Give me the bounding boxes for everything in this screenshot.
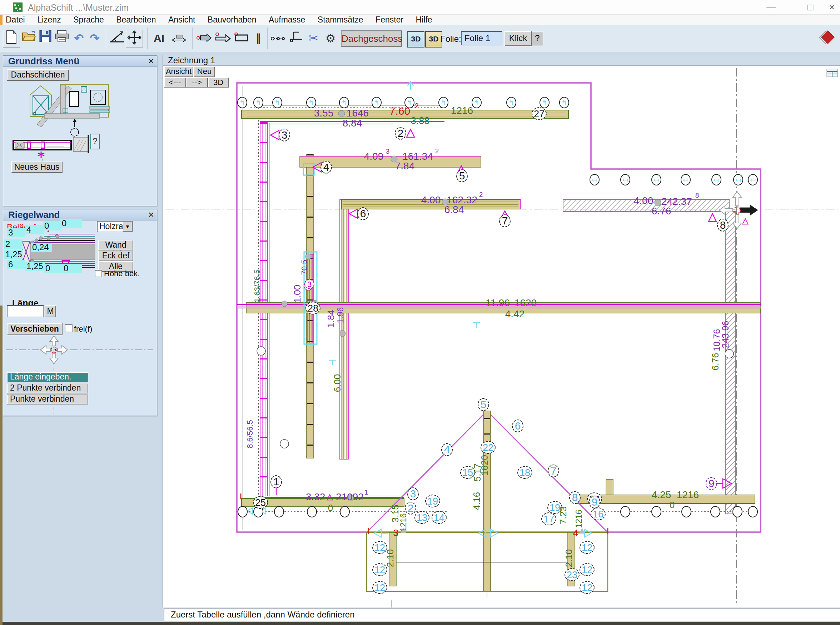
status-bar: Zuerst Tabelle ausfüllen ,dann Wände def… xyxy=(163,608,840,622)
view-3d-icon-a[interactable]: 3D xyxy=(407,31,424,48)
svg-text:3: 3 xyxy=(393,527,398,538)
belag-field-top3[interactable]: 0 xyxy=(61,219,82,228)
belag-field-bottom1[interactable]: 1,25 xyxy=(25,261,45,271)
svg-text:1216: 1216 xyxy=(574,510,584,528)
eck-def-button[interactable]: Eck def xyxy=(98,250,133,261)
material-dropdown[interactable]: Holzra. ▼ xyxy=(97,221,133,232)
svg-text:7.60: 7.60 xyxy=(390,105,410,117)
menu-bauvorhaben[interactable]: Bauvorhaben xyxy=(208,15,256,25)
svg-text:18: 18 xyxy=(520,467,530,478)
text-ai-icon[interactable]: AI xyxy=(151,30,167,47)
view-3d-icon-b[interactable]: 3D xyxy=(425,31,443,48)
svg-text:6.76: 6.76 xyxy=(652,205,671,216)
svg-text:15: 15 xyxy=(462,467,473,478)
corner-dim-icon[interactable] xyxy=(288,30,304,47)
punkte2-verbinden-button[interactable]: 2 Punkte verbinden xyxy=(7,383,88,393)
svg-text:11.96: 11.96 xyxy=(486,297,510,308)
laenge-eingeben-button[interactable]: Länge eingeben. xyxy=(7,372,88,382)
belag-field-top2[interactable]: 0 xyxy=(43,221,61,230)
punkte-verbinden-button[interactable]: Punkte verbinden xyxy=(7,394,88,404)
drawing-tab-title: Zeichnung 1 xyxy=(163,55,840,66)
wall-double-icon[interactable] xyxy=(214,30,231,47)
cut-icon[interactable]: ✂ xyxy=(305,30,321,47)
undo-icon[interactable]: ↶ xyxy=(71,30,87,47)
menu-fenster[interactable]: Fenster xyxy=(376,15,404,25)
belag-field-top1[interactable]: 4 xyxy=(25,225,44,235)
belag-field-left1[interactable]: 3 xyxy=(7,228,25,237)
svg-text:1216: 1216 xyxy=(677,489,699,500)
status-message: Zuerst Tabelle ausfüllen ,dann Wände def… xyxy=(164,609,840,622)
gear-icon[interactable]: ⚙ xyxy=(322,30,339,47)
chevron-down-icon[interactable]: ▼ xyxy=(123,222,132,232)
svg-text:7: 7 xyxy=(502,215,508,227)
menu-datei[interactable]: Datei xyxy=(6,15,25,25)
riegelwand-close-icon[interactable]: × xyxy=(148,210,154,220)
menu-lizenz[interactable]: Lizenz xyxy=(37,15,61,25)
menu-ansicht[interactable]: Ansicht xyxy=(168,15,195,25)
belag-field-center[interactable]: 0,24 xyxy=(31,243,52,252)
grundriss-close-icon[interactable]: × xyxy=(148,56,154,67)
wall-rect-icon[interactable] xyxy=(233,30,249,47)
belag-field-left2[interactable]: 2 xyxy=(4,239,23,249)
point-line-icon[interactable] xyxy=(270,30,287,47)
svg-text:4: 4 xyxy=(323,161,329,173)
folie-input[interactable]: Folie 1 xyxy=(461,31,502,45)
roof-section-preview xyxy=(7,81,153,164)
svg-text:1.00: 1.00 xyxy=(292,285,303,303)
floor-selector-button[interactable]: Dachgeschoss xyxy=(341,30,402,47)
belag-field-bottom2[interactable]: 0 xyxy=(44,264,62,273)
minimize-button[interactable]: — xyxy=(761,1,781,14)
dimension-icon[interactable] xyxy=(171,30,187,47)
svg-text:28: 28 xyxy=(307,303,318,314)
drawing-canvas[interactable]: Zeichnung 1 Ansicht Neu <--- --> 3D xyxy=(163,55,840,608)
svg-text:↤: ↤ xyxy=(735,176,741,183)
svg-text:6.76: 6.76 xyxy=(710,353,720,370)
belag-field-left4[interactable]: 6 xyxy=(7,260,25,269)
redo-icon[interactable]: ↷ xyxy=(87,30,103,47)
belag-field-bottom3[interactable]: 0 xyxy=(62,264,82,273)
grundriss-menu-panel: Grundriss Menü × Dachschichten xyxy=(3,55,157,206)
panel-help-button[interactable]: ? xyxy=(90,134,100,149)
save-icon[interactable] xyxy=(37,30,54,47)
maximize-button[interactable]: □ xyxy=(800,1,820,14)
floor-plan[interactable]: ↰↰↰↰↰↰↰↰↰↰↰↰↤↤↤↤↤↤↤ 32274567812524928356… xyxy=(163,65,840,608)
wand-def-button[interactable]: Wand def xyxy=(98,240,133,250)
roof-slope-icon[interactable] xyxy=(109,30,125,47)
material-dropdown-value: Holzra. xyxy=(98,222,126,231)
menu-bearbeiten[interactable]: Bearbeiten xyxy=(116,15,156,25)
svg-text:25: 25 xyxy=(255,498,266,508)
laenge-input[interactable] xyxy=(7,305,44,317)
pan-move-icon[interactable] xyxy=(126,30,143,48)
red-diamond-icon[interactable] xyxy=(817,30,835,46)
svg-text:2: 2 xyxy=(408,502,414,514)
svg-text:9: 9 xyxy=(592,496,598,508)
new-file-icon[interactable] xyxy=(3,30,20,48)
svg-text:16: 16 xyxy=(593,509,604,519)
neues-haus-button[interactable]: Neues Haus xyxy=(11,162,62,173)
svg-text:4: 4 xyxy=(573,527,578,538)
m-button[interactable]: M xyxy=(45,305,56,317)
close-button[interactable]: × xyxy=(822,1,840,14)
svg-text:1: 1 xyxy=(365,488,368,496)
klick-button[interactable]: Klick xyxy=(505,31,532,46)
frei-checkbox[interactable] xyxy=(65,325,73,332)
svg-text:70.5: 70.5 xyxy=(300,260,309,275)
menu-stammsaetze[interactable]: Stammsätze xyxy=(318,15,363,25)
menu-hilfe[interactable]: Hilfe xyxy=(416,15,432,25)
svg-text:↰: ↰ xyxy=(308,99,314,106)
hoehe-bek-checkbox[interactable] xyxy=(95,270,102,277)
menu-sprache[interactable]: Sprache xyxy=(73,15,104,25)
print-icon[interactable] xyxy=(54,30,70,47)
toolbar-help-button[interactable]: ? xyxy=(532,32,543,45)
open-folder-icon[interactable] xyxy=(21,30,37,47)
svg-text:22: 22 xyxy=(483,442,494,453)
svg-text:17: 17 xyxy=(543,514,554,525)
menu-aufmasse[interactable]: Aufmasse xyxy=(269,15,305,25)
svg-text:↤: ↤ xyxy=(654,176,659,183)
verschieben-button[interactable]: Verschieben xyxy=(7,323,62,335)
parallel-icon[interactable]: ∥ xyxy=(250,30,267,47)
wall-start-icon[interactable] xyxy=(196,30,212,47)
dachschichten-button[interactable]: Dachschichten xyxy=(7,69,69,81)
belag-field-left3[interactable]: 1,25 xyxy=(4,250,23,259)
svg-text:4.42: 4.42 xyxy=(505,308,525,319)
